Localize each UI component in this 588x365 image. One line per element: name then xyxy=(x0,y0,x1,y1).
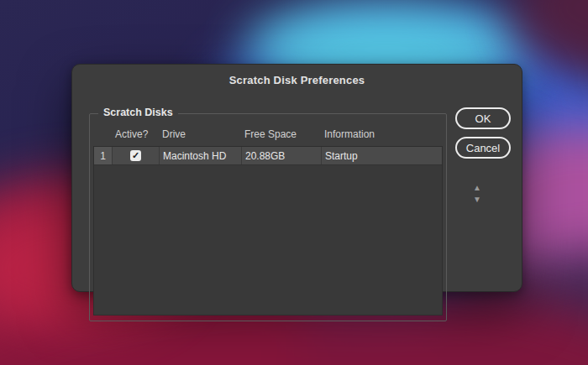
dialog-title: Scratch Disk Preferences xyxy=(72,74,522,86)
table-row[interactable]: 1 ✓ Macintosh HD 20.88GB Startup xyxy=(94,147,442,165)
scratch-disks-group: Scratch Disks Active? Drive Free Space I… xyxy=(89,113,447,321)
row-index: 1 xyxy=(94,147,113,164)
scratch-disk-preferences-dialog: Scratch Disk Preferences Scratch Disks A… xyxy=(71,64,522,292)
table-header: Active? Drive Free Space Information xyxy=(93,128,443,141)
ok-button[interactable]: OK xyxy=(455,107,511,129)
down-arrow-icon[interactable]: ▼ xyxy=(473,196,481,204)
column-header-information: Information xyxy=(321,128,443,140)
active-checkbox[interactable]: ✓ xyxy=(130,150,141,161)
column-header-active: Active? xyxy=(112,128,159,140)
checkmark-icon: ✓ xyxy=(132,150,139,161)
drive-cell: Macintosh HD xyxy=(160,147,242,164)
row-order-controls: ▲ ▼ xyxy=(470,184,484,204)
information-cell: Startup xyxy=(322,147,442,164)
group-label: Scratch Disks xyxy=(98,107,178,118)
column-header-drive: Drive xyxy=(159,128,241,140)
free-space-cell: 20.88GB xyxy=(242,147,322,164)
cancel-button[interactable]: Cancel xyxy=(455,137,511,159)
column-header-free-space: Free Space xyxy=(241,128,321,140)
up-arrow-icon[interactable]: ▲ xyxy=(473,184,481,192)
active-cell: ✓ xyxy=(113,147,160,164)
scratch-disk-table: 1 ✓ Macintosh HD 20.88GB Startup xyxy=(93,146,443,315)
